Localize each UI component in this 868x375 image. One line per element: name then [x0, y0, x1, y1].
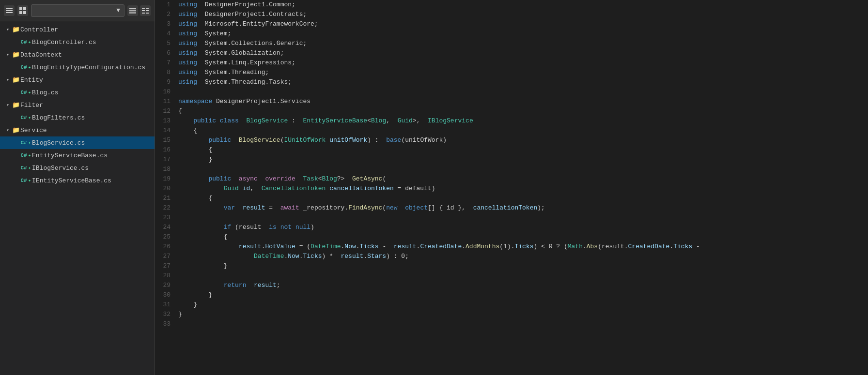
line-content: DateTime.Now.Ticks) * result.Stars) : 0;: [178, 252, 868, 261]
code-line: 11namespace DesignerProject1.Services: [155, 97, 868, 106]
code-line: 17 }: [155, 155, 868, 165]
cs-badge: ✦: [28, 90, 31, 95]
line-content: public async override Task<Blog?> GetAsy…: [178, 174, 868, 184]
code-line: 4using System;: [155, 29, 868, 39]
file-blog[interactable]: C# ✦ Blog.cs: [0, 86, 155, 99]
toolbar: ▼: [0, 0, 155, 21]
code-line: 13 public class BlogService : EntityServ…: [155, 116, 868, 126]
line-number: 5: [155, 39, 178, 48]
line-number: 1: [155, 0, 178, 10]
cs-badge: ✦: [28, 115, 31, 120]
line-number: 30: [155, 290, 178, 300]
line-content: [178, 87, 868, 97]
line-number: 32: [155, 310, 178, 319]
file-label: IEntityServiceBase.cs: [32, 177, 111, 184]
svg-rect-10: [129, 14, 136, 14]
chevron-down-icon: ▼: [116, 7, 120, 14]
code-line: 8using System.Threading;: [155, 68, 868, 77]
line-number: 10: [155, 87, 178, 97]
svg-rect-14: [146, 10, 149, 11]
line-content: [178, 165, 868, 174]
svg-rect-2: [6, 12, 13, 13]
folder-label: Controller: [20, 26, 58, 33]
line-number: 26: [155, 242, 178, 252]
file-label: EntityServiceBase.cs: [32, 152, 108, 159]
code-area[interactable]: 1using DesignerProject1.Common;2using De…: [155, 0, 868, 375]
line-number: 21: [155, 194, 178, 203]
line-number: 3: [155, 19, 178, 29]
chevron-icon: ▾: [4, 77, 12, 83]
code-line: 6using System.Globalization;: [155, 48, 868, 58]
file-tree: ▾ 📁 Controller C# ✦ BlogController.cs ▾ …: [0, 21, 155, 375]
cs-badge: ✦: [28, 64, 31, 70]
folder-icon: 📁: [12, 126, 20, 134]
code-line: 1using DesignerProject1.Common;: [155, 0, 868, 10]
line-content: using System.Threading.Tasks;: [178, 77, 868, 87]
toggle-icon-1[interactable]: [4, 5, 15, 16]
folder-filter[interactable]: ▾ 📁 Filter: [0, 99, 155, 111]
toggle-icon-2[interactable]: [17, 5, 28, 16]
line-number: 18: [155, 165, 178, 174]
code-line: 23: [155, 213, 868, 223]
svg-rect-5: [19, 11, 22, 14]
folder-label: DataContext: [20, 51, 62, 59]
line-number: 22: [155, 203, 178, 213]
svg-rect-0: [6, 8, 13, 9]
code-line: 33: [155, 319, 868, 329]
line-content: {: [178, 194, 868, 203]
line-number: 15: [155, 135, 178, 145]
cs-icon: C#: [19, 152, 28, 158]
file-label: BlogController.cs: [32, 39, 96, 46]
cs-badge: ✦: [28, 39, 31, 45]
left-panel: ▼ ▾ 📁 Controller C# ✦ BlogController.cs …: [0, 0, 155, 375]
line-content: using DesignerProject1.Common;: [178, 0, 868, 10]
line-content: }: [178, 261, 868, 271]
line-content: {: [178, 145, 868, 155]
profile-dropdown[interactable]: ▼: [31, 4, 124, 17]
svg-rect-13: [142, 10, 145, 11]
line-content: return result;: [178, 281, 868, 290]
line-number: 2: [155, 10, 178, 19]
code-line: 20 Guid id, CancellationToken cancellati…: [155, 184, 868, 194]
line-number: 28: [155, 271, 178, 281]
file-blogservice[interactable]: C# ✦ BlogService.cs: [0, 136, 155, 149]
line-content: }: [178, 155, 868, 165]
file-blogcontroller[interactable]: C# ✦ BlogController.cs: [0, 36, 155, 48]
line-content: result.HotValue = (DateTime.Now.Ticks - …: [178, 242, 868, 252]
file-blogfilters[interactable]: C# ✦ BlogFilters.cs: [0, 111, 155, 124]
tree-view-icon[interactable]: [140, 5, 151, 16]
file-ientityservicebase[interactable]: C# ✦ IEntityServiceBase.cs: [0, 174, 155, 187]
svg-rect-11: [142, 8, 145, 9]
folder-datacontext[interactable]: ▾ 📁 DataContext: [0, 48, 155, 61]
line-number: 29: [155, 281, 178, 290]
line-content: using System.Globalization;: [178, 48, 868, 58]
code-line: 25 {: [155, 232, 868, 242]
file-entityservicebase[interactable]: C# ✦ EntityServiceBase.cs: [0, 149, 155, 162]
code-line: 27 }: [155, 261, 868, 271]
code-line: 15 public BlogService(IUnitOfWork unitOf…: [155, 135, 868, 145]
folder-icon: 📁: [12, 101, 20, 109]
line-content: [178, 319, 868, 329]
line-number: 19: [155, 174, 178, 184]
line-number: 27: [155, 252, 178, 261]
line-content: public BlogService(IUnitOfWork unitOfWor…: [178, 135, 868, 145]
folder-entity[interactable]: ▾ 📁 Entity: [0, 74, 155, 86]
chevron-icon: ▾: [4, 52, 12, 58]
folder-icon: 📁: [12, 51, 20, 59]
line-number: 27: [155, 261, 178, 271]
code-line: 14 {: [155, 126, 868, 135]
folder-label: Service: [20, 127, 47, 134]
file-iblogservice[interactable]: C# ✦ IBlogService.cs: [0, 162, 155, 174]
line-content: using System.Collections.Generic;: [178, 39, 868, 48]
line-number: 33: [155, 319, 178, 329]
list-view-icon[interactable]: [127, 5, 138, 16]
folder-controller[interactable]: ▾ 📁 Controller: [0, 23, 155, 36]
line-content: if (result is not null): [178, 223, 868, 232]
cs-icon: C#: [19, 115, 28, 120]
file-blogentitytype[interactable]: C# ✦ BlogEntityTypeConfiguration.cs: [0, 61, 155, 74]
code-line: 12{: [155, 106, 868, 116]
chevron-icon: ▾: [4, 27, 12, 32]
code-line: 27 DateTime.Now.Ticks) * result.Stars) :…: [155, 252, 868, 261]
folder-service[interactable]: ▾ 📁 Service: [0, 124, 155, 136]
code-line: 29 return result;: [155, 281, 868, 290]
